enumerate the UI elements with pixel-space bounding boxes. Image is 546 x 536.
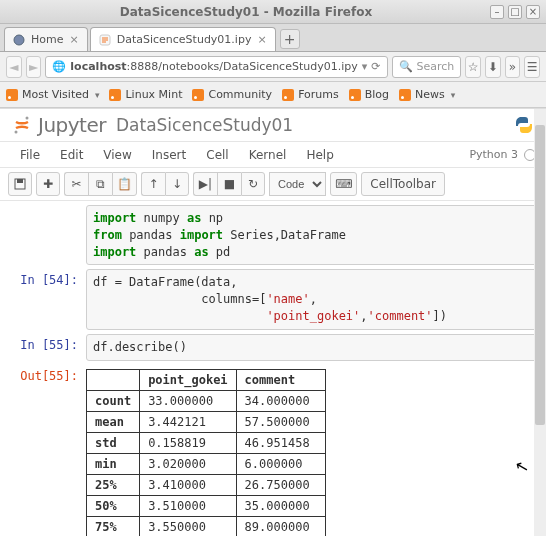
tab-close-icon[interactable]: × xyxy=(257,33,266,46)
close-window-button[interactable]: × xyxy=(526,5,540,19)
search-bar[interactable]: 🔍 Search xyxy=(392,56,462,78)
feed-icon xyxy=(192,89,204,101)
command-palette-button[interactable]: ⌨ xyxy=(330,172,357,196)
output-area: point_gokei comment count33.00000034.000… xyxy=(86,365,538,536)
menu-kernel[interactable]: Kernel xyxy=(239,148,297,162)
jupyter-logo-text: Jupyter xyxy=(38,113,106,137)
jupyter-toolbar: ✚ ✂ ⧉ 📋 ↑ ↓ ▶| ■ ↻ Code ⌨ CellToolbar xyxy=(0,168,546,201)
tab-close-icon[interactable]: × xyxy=(69,33,78,46)
menu-help[interactable]: Help xyxy=(296,148,343,162)
url-host: localhost xyxy=(70,60,126,73)
hamburger-menu-button[interactable]: ☰ xyxy=(524,56,540,78)
bookmark-star-button[interactable]: ☆ xyxy=(465,56,481,78)
python-logo-icon xyxy=(514,115,534,135)
new-tab-button[interactable]: + xyxy=(280,29,300,49)
feed-icon xyxy=(349,89,361,101)
svg-point-3 xyxy=(15,131,18,134)
output-prompt: Out[55]: xyxy=(0,365,86,536)
feed-icon xyxy=(399,89,411,101)
bookmark-linux-mint[interactable]: Linux Mint xyxy=(109,88,182,101)
browser-tabstrip: Home × DataSicenceStudy01.ipy × + xyxy=(0,24,546,52)
table-row: 75%3.55000089.000000 xyxy=(87,516,326,536)
kernel-name: Python 3 xyxy=(469,148,518,161)
svg-rect-5 xyxy=(17,179,23,183)
notebook-area: import numpy as np from pandas import Se… xyxy=(0,201,546,536)
celltype-select[interactable]: Code xyxy=(269,172,326,196)
forward-button[interactable]: ► xyxy=(26,56,42,78)
input-prompt: In [54]: xyxy=(0,269,86,329)
menu-view[interactable]: View xyxy=(93,148,141,162)
search-placeholder: Search xyxy=(417,60,455,73)
tab-label: DataSicenceStudy01.ipy xyxy=(117,33,252,46)
page-content: Jupyter DataSicenceStudy01 File Edit Vie… xyxy=(0,108,546,536)
input-prompt: In [55]: xyxy=(0,334,86,361)
bookmark-forums[interactable]: Forums xyxy=(282,88,339,101)
code-input[interactable]: df = DataFrame(data, columns=['name', 'p… xyxy=(86,269,538,329)
menu-file[interactable]: File xyxy=(10,148,50,162)
browser-tab-notebook[interactable]: DataSicenceStudy01.ipy × xyxy=(90,27,276,51)
globe-icon: 🌐 xyxy=(52,60,66,73)
window-title: DataSicenceStudy01 - Mozilla Firefox xyxy=(6,5,486,19)
bookmark-community[interactable]: Community xyxy=(192,88,272,101)
browser-navbar: ◄ ► 🌐 localhost:8888/notebooks/DataSicen… xyxy=(0,52,546,82)
overflow-button[interactable]: » xyxy=(505,56,521,78)
feed-icon xyxy=(282,89,294,101)
reader-mode-icon[interactable]: ▾ xyxy=(362,60,368,73)
paste-button[interactable]: 📋 xyxy=(112,172,137,196)
minimize-button[interactable]: – xyxy=(490,5,504,19)
jupyter-menubar: File Edit View Insert Cell Kernel Help P… xyxy=(0,142,546,168)
add-cell-button[interactable]: ✚ xyxy=(36,172,60,196)
code-input[interactable]: df.describe() xyxy=(86,334,538,361)
svg-point-0 xyxy=(14,35,24,45)
cut-button[interactable]: ✂ xyxy=(64,172,88,196)
menu-cell[interactable]: Cell xyxy=(196,148,238,162)
bookmark-most-visited[interactable]: Most Visited xyxy=(6,88,99,101)
table-header-row: point_gokei comment xyxy=(87,369,326,390)
feed-icon xyxy=(109,89,121,101)
jupyter-favicon-icon xyxy=(99,34,111,46)
celltoolbar-button[interactable]: CellToolbar xyxy=(361,172,445,196)
save-button[interactable] xyxy=(8,172,32,196)
kernel-indicator: Python 3 xyxy=(469,148,536,161)
copy-button[interactable]: ⧉ xyxy=(88,172,112,196)
vertical-scrollbar[interactable] xyxy=(534,109,546,536)
code-input[interactable]: import numpy as np from pandas import Se… xyxy=(86,205,538,265)
code-cell[interactable]: In [55]: df.describe() xyxy=(0,334,538,361)
maximize-button[interactable]: □ xyxy=(508,5,522,19)
table-header: point_gokei xyxy=(140,369,236,390)
svg-point-2 xyxy=(26,117,29,120)
code-cell[interactable]: import numpy as np from pandas import Se… xyxy=(0,205,538,265)
url-bar[interactable]: 🌐 localhost:8888/notebooks/DataSicenceSt… xyxy=(45,56,387,78)
bookmark-blog[interactable]: Blog xyxy=(349,88,389,101)
table-header xyxy=(87,369,140,390)
interrupt-button[interactable]: ■ xyxy=(217,172,241,196)
menu-edit[interactable]: Edit xyxy=(50,148,93,162)
url-path: :8888/notebooks/DataSicenceStudy01.ipy xyxy=(127,60,358,73)
move-down-button[interactable]: ↓ xyxy=(165,172,189,196)
downloads-button[interactable]: ⬇ xyxy=(485,56,501,78)
move-up-button[interactable]: ↑ xyxy=(141,172,165,196)
menu-insert[interactable]: Insert xyxy=(142,148,196,162)
restart-button[interactable]: ↻ xyxy=(241,172,265,196)
reload-button[interactable]: ⟳ xyxy=(371,60,380,73)
home-favicon-icon xyxy=(13,34,25,46)
output-cell: Out[55]: point_gokei comment count33.000… xyxy=(0,365,538,536)
code-cell[interactable]: In [54]: df = DataFrame(data, columns=['… xyxy=(0,269,538,329)
scrollbar-thumb[interactable] xyxy=(535,125,545,425)
notebook-name[interactable]: DataSicenceStudy01 xyxy=(116,115,293,135)
back-button[interactable]: ◄ xyxy=(6,56,22,78)
describe-table: point_gokei comment count33.00000034.000… xyxy=(86,369,326,536)
run-button[interactable]: ▶| xyxy=(193,172,217,196)
table-header: comment xyxy=(236,369,325,390)
table-row: 50%3.51000035.000000 xyxy=(87,495,326,516)
window-titlebar: DataSicenceStudy01 - Mozilla Firefox – □… xyxy=(0,0,546,24)
bookmarks-bar: Most Visited Linux Mint Community Forums… xyxy=(0,82,546,108)
table-row: mean3.44212157.500000 xyxy=(87,411,326,432)
browser-tab-home[interactable]: Home × xyxy=(4,27,88,51)
jupyter-logo[interactable]: Jupyter xyxy=(12,113,106,137)
bookmark-news[interactable]: News xyxy=(399,88,455,101)
tab-label: Home xyxy=(31,33,63,46)
feed-icon xyxy=(6,89,18,101)
table-row: std0.15881946.951458 xyxy=(87,432,326,453)
search-icon: 🔍 xyxy=(399,60,413,73)
